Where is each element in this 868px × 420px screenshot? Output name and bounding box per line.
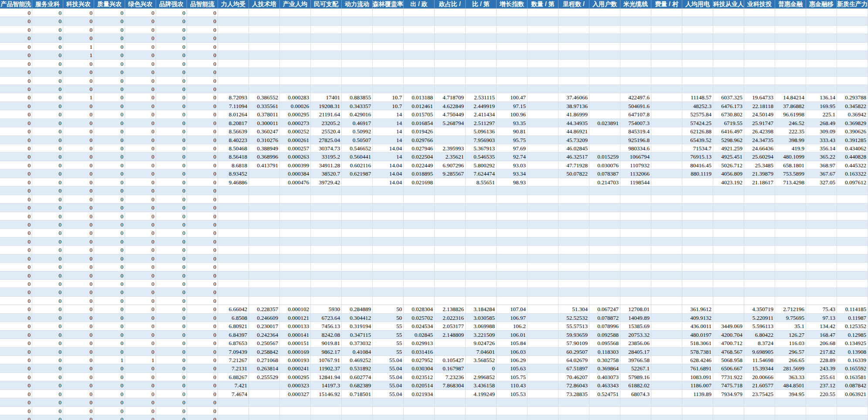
cell[interactable]	[218, 186, 249, 195]
cell[interactable]: 1083.091	[682, 373, 713, 381]
cell[interactable]	[806, 77, 837, 85]
cell[interactable]: 0.386552	[249, 93, 280, 102]
cell[interactable]	[775, 415, 806, 420]
cell[interactable]: 578.7381	[682, 348, 713, 356]
cell[interactable]	[682, 34, 713, 42]
cell[interactable]: 0	[0, 364, 32, 373]
cell[interactable]: 436.0011	[682, 322, 713, 330]
cell[interactable]	[806, 186, 837, 195]
cell[interactable]: 0.368996	[249, 152, 280, 161]
cell[interactable]: 134.42	[806, 322, 837, 330]
cell[interactable]: 2.053177	[435, 322, 466, 330]
cell[interactable]	[497, 297, 528, 305]
cell[interactable]: 0.373032	[342, 339, 373, 347]
cell[interactable]	[651, 237, 682, 246]
cell[interactable]	[497, 77, 528, 85]
cell[interactable]: 0.087842	[837, 381, 868, 390]
cell[interactable]: 255.61	[806, 373, 837, 381]
cell[interactable]	[373, 60, 404, 68]
cell[interactable]: 0	[0, 254, 32, 263]
column-header[interactable]: 力人均受	[218, 0, 249, 8]
cell[interactable]	[651, 43, 682, 51]
cell[interactable]	[775, 212, 806, 220]
cell[interactable]	[589, 102, 620, 110]
cell[interactable]	[528, 169, 558, 178]
cell[interactable]: 0	[32, 297, 63, 305]
cell[interactable]	[806, 26, 837, 34]
cell[interactable]: 0	[94, 220, 125, 229]
cell[interactable]	[218, 288, 249, 296]
cell[interactable]	[404, 195, 435, 203]
cell[interactable]	[435, 237, 466, 246]
cell[interactable]: 0.095568	[589, 339, 620, 347]
cell[interactable]: 0.11987	[837, 314, 868, 322]
cell[interactable]: 0	[125, 229, 156, 237]
cell[interactable]	[342, 43, 373, 51]
cell[interactable]: 11902.37	[311, 364, 342, 373]
cell[interactable]: 0.440828	[837, 152, 868, 161]
cell[interactable]: 96.61998	[775, 110, 806, 119]
cell[interactable]: 0.000141	[280, 331, 311, 339]
cell[interactable]	[435, 34, 466, 42]
cell[interactable]	[404, 407, 435, 415]
cell[interactable]	[373, 203, 404, 212]
cell[interactable]	[497, 26, 528, 34]
cell[interactable]: 0.000295	[280, 110, 311, 119]
cell[interactable]: 0	[156, 305, 187, 313]
cell[interactable]	[651, 85, 682, 93]
cell[interactable]	[528, 77, 558, 85]
cell[interactable]: 4056.809	[713, 169, 744, 178]
cell[interactable]: 0.00026	[280, 102, 311, 110]
cell[interactable]	[589, 9, 620, 17]
cell[interactable]: 0	[63, 364, 94, 373]
cell[interactable]	[311, 398, 342, 406]
cell[interactable]: 8242.08	[311, 331, 342, 339]
cell[interactable]	[280, 195, 311, 203]
cell[interactable]: 0	[125, 102, 156, 110]
cell[interactable]	[589, 43, 620, 51]
cell[interactable]: 0.022504	[404, 152, 435, 161]
cell[interactable]	[311, 60, 342, 68]
cell[interactable]: 0	[0, 17, 32, 25]
cell[interactable]	[620, 212, 651, 220]
cell[interactable]: 38.97136	[558, 102, 589, 110]
cell[interactable]	[311, 26, 342, 34]
cell[interactable]: 0.469252	[342, 356, 373, 364]
cell[interactable]	[404, 271, 435, 280]
cell[interactable]: 0	[156, 254, 187, 263]
cell[interactable]	[682, 17, 713, 25]
cell[interactable]	[497, 43, 528, 51]
cell[interactable]: 658.1801	[775, 161, 806, 169]
cell[interactable]: 0	[63, 127, 94, 135]
cell[interactable]: 0	[187, 186, 218, 195]
cell[interactable]: 0	[94, 178, 125, 186]
cell[interactable]	[651, 178, 682, 186]
cell[interactable]: 0.360247	[249, 127, 280, 135]
cell[interactable]	[713, 220, 744, 229]
cell[interactable]: 6.87653	[218, 339, 249, 347]
cell[interactable]	[837, 415, 868, 420]
cell[interactable]: 0	[187, 220, 218, 229]
cell[interactable]	[404, 17, 435, 25]
cell[interactable]	[280, 398, 311, 406]
cell[interactable]	[404, 26, 435, 34]
cell[interactable]	[682, 60, 713, 68]
cell[interactable]	[404, 229, 435, 237]
cell[interactable]	[837, 17, 868, 25]
cell[interactable]	[218, 26, 249, 34]
cell[interactable]: 0	[125, 127, 156, 135]
cell[interactable]	[713, 77, 744, 85]
cell[interactable]: 761.6891	[682, 364, 713, 373]
cell[interactable]	[528, 373, 558, 381]
cell[interactable]: 1	[63, 51, 94, 59]
cell[interactable]	[404, 186, 435, 195]
column-header[interactable]: 科技兴农	[63, 0, 94, 8]
cell[interactable]	[528, 127, 558, 135]
cell[interactable]	[311, 77, 342, 85]
cell[interactable]: 0	[187, 136, 218, 144]
cell[interactable]: 126.27	[775, 331, 806, 339]
column-header[interactable]: 增长指数	[497, 0, 528, 8]
cell[interactable]	[249, 237, 280, 246]
cell[interactable]: 0	[187, 161, 218, 169]
cell[interactable]	[558, 51, 589, 59]
